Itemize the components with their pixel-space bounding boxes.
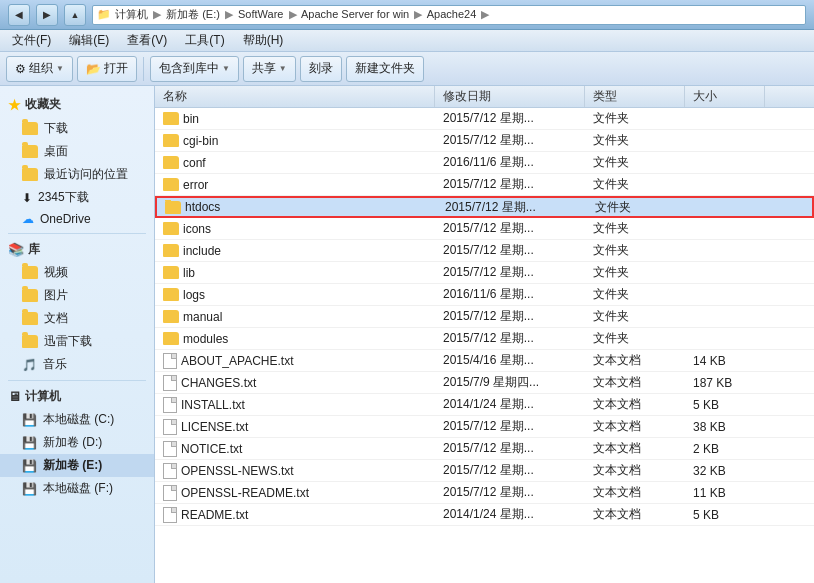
table-row[interactable]: cgi-bin 2015/7/12 星期... 文件夹 [155,130,814,152]
file-name: logs [183,288,205,302]
sidebar-item-recent[interactable]: 最近访问的位置 [0,163,154,186]
sidebar-divider-2 [8,380,146,381]
favorites-section[interactable]: ★ 收藏夹 [0,92,154,117]
sidebar-item-disk-e[interactable]: 💾 新加卷 (E:) [0,454,154,477]
table-row[interactable]: LICENSE.txt 2015/7/12 星期... 文本文档 38 KB [155,416,814,438]
sidebar-item-onedrive[interactable]: ☁ OneDrive [0,209,154,229]
sidebar-item-disk-c[interactable]: 💾 本地磁盘 (C:) [0,408,154,431]
open-folder-icon: 📂 [86,62,101,76]
menu-view[interactable]: 查看(V) [119,31,175,50]
table-row[interactable]: conf 2016/11/6 星期... 文件夹 [155,152,814,174]
file-name: OPENSSL-README.txt [181,486,309,500]
menu-file[interactable]: 文件(F) [4,31,59,50]
computer-section[interactable]: 🖥 计算机 [0,385,154,408]
file-name-cell: htdocs [157,200,437,214]
file-name: ABOUT_APACHE.txt [181,354,293,368]
sidebar-divider-1 [8,233,146,234]
file-name: htdocs [185,200,220,214]
library-section[interactable]: 📚 库 [0,238,154,261]
file-date-cell: 2015/7/12 星期... [435,220,585,237]
file-name-cell: README.txt [155,507,435,523]
file-type-cell: 文本文档 [585,462,685,479]
table-row[interactable]: htdocs 2015/7/12 星期... 文件夹 [155,196,814,218]
sidebar-item-xunlei[interactable]: 迅雷下载 [0,330,154,353]
include-library-button[interactable]: 包含到库中 ▼ [150,56,239,82]
menu-help[interactable]: 帮助(H) [235,31,292,50]
open-button[interactable]: 📂 打开 [77,56,137,82]
toolbar: ⚙ 组织 ▼ 📂 打开 包含到库中 ▼ 共享 ▼ 刻录 新建文件夹 [0,52,814,86]
col-name-header[interactable]: 名称 [155,86,435,107]
file-icon [163,353,177,369]
file-name: modules [183,332,228,346]
file-name: include [183,244,221,258]
table-row[interactable]: lib 2015/7/12 星期... 文件夹 [155,262,814,284]
music-icon: 🎵 [22,358,37,372]
file-type-cell: 文件夹 [585,110,685,127]
file-name: OPENSSL-NEWS.txt [181,464,294,478]
file-type-cell: 文件夹 [585,286,685,303]
sidebar-item-desktop[interactable]: 桌面 [0,140,154,163]
folder-icon [163,156,179,169]
file-name-cell: conf [155,156,435,170]
file-icon [163,485,177,501]
table-row[interactable]: README.txt 2014/1/24 星期... 文本文档 5 KB [155,504,814,526]
sidebar-item-document[interactable]: 文档 [0,307,154,330]
folder-folder-icon [22,335,38,348]
file-name-cell: LICENSE.txt [155,419,435,435]
table-row[interactable]: logs 2016/11/6 星期... 文件夹 [155,284,814,306]
file-type-cell: 文件夹 [585,176,685,193]
file-date-cell: 2014/1/24 星期... [435,506,585,523]
folder-icon [163,134,179,147]
file-type-cell: 文本文档 [585,374,685,391]
table-row[interactable]: OPENSSL-NEWS.txt 2015/7/12 星期... 文本文档 32… [155,460,814,482]
sidebar-item-disk-f[interactable]: 💾 本地磁盘 (F:) [0,477,154,500]
menu-tools[interactable]: 工具(T) [177,31,232,50]
folder-icon [22,168,38,181]
main-area: ★ 收藏夹 下载 桌面 最近访问的位置 ⬇ 2345下载 ☁ OneDrive … [0,86,814,583]
folder-icon [163,222,179,235]
file-list: bin 2015/7/12 星期... 文件夹 cgi-bin 2015/7/1… [155,108,814,526]
file-icon [163,419,177,435]
sidebar-item-video[interactable]: 视频 [0,261,154,284]
col-size-header[interactable]: 大小 [685,86,765,107]
back-button[interactable]: ◀ [8,4,30,26]
table-row[interactable]: INSTALL.txt 2014/1/24 星期... 文本文档 5 KB [155,394,814,416]
sidebar-item-download[interactable]: 下载 [0,117,154,140]
menu-edit[interactable]: 编辑(E) [61,31,117,50]
table-row[interactable]: modules 2015/7/12 星期... 文件夹 [155,328,814,350]
file-date-cell: 2015/7/12 星期... [437,199,587,216]
table-row[interactable]: icons 2015/7/12 星期... 文件夹 [155,218,814,240]
sidebar-item-disk-d[interactable]: 💾 新加卷 (D:) [0,431,154,454]
forward-button[interactable]: ▶ [36,4,58,26]
file-size-cell: 32 KB [685,464,765,478]
folder-icon [22,122,38,135]
address-bar[interactable]: 📁 计算机 ▶ 新加卷 (E:) ▶ SoftWare ▶ Apache Ser… [92,5,806,25]
breadcrumb: 计算机 ▶ 新加卷 (E:) ▶ SoftWare ▶ Apache Serve… [115,7,491,22]
sidebar-item-picture[interactable]: 图片 [0,284,154,307]
share-button[interactable]: 共享 ▼ [243,56,296,82]
table-row[interactable]: error 2015/7/12 星期... 文件夹 [155,174,814,196]
table-row[interactable]: bin 2015/7/12 星期... 文件夹 [155,108,814,130]
file-type-cell: 文本文档 [585,418,685,435]
file-date-cell: 2015/7/12 星期... [435,418,585,435]
col-date-header[interactable]: 修改日期 [435,86,585,107]
burn-button[interactable]: 刻录 [300,56,342,82]
table-row[interactable]: manual 2015/7/12 星期... 文件夹 [155,306,814,328]
file-name: icons [183,222,211,236]
table-row[interactable]: ABOUT_APACHE.txt 2015/4/16 星期... 文本文档 14… [155,350,814,372]
table-row[interactable]: OPENSSL-README.txt 2015/7/12 星期... 文本文档 … [155,482,814,504]
new-folder-button[interactable]: 新建文件夹 [346,56,424,82]
organize-button[interactable]: ⚙ 组织 ▼ [6,56,73,82]
table-row[interactable]: NOTICE.txt 2015/7/12 星期... 文本文档 2 KB [155,438,814,460]
table-row[interactable]: include 2015/7/12 星期... 文件夹 [155,240,814,262]
col-type-header[interactable]: 类型 [585,86,685,107]
table-row[interactable]: CHANGES.txt 2015/7/9 星期四... 文本文档 187 KB [155,372,814,394]
file-date-cell: 2015/7/12 星期... [435,110,585,127]
up-button[interactable]: ▲ [64,4,86,26]
sidebar-item-music[interactable]: 🎵 音乐 [0,353,154,376]
file-area: 名称 修改日期 类型 大小 bin 2015/7/12 星期... 文件夹 cg… [155,86,814,583]
sidebar-item-2345[interactable]: ⬇ 2345下载 [0,186,154,209]
cloud-icon: ☁ [22,212,34,226]
file-name-cell: INSTALL.txt [155,397,435,413]
file-type-cell: 文件夹 [585,220,685,237]
